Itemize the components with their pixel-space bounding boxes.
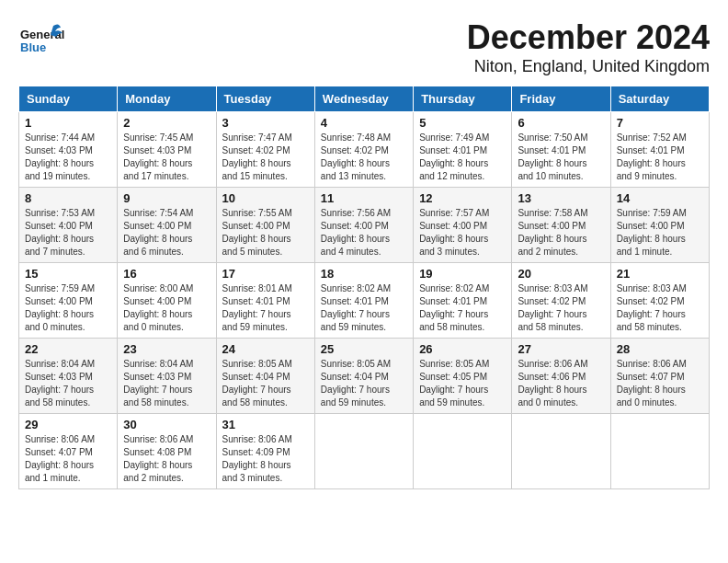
- daylight-text: Daylight: 7 hours and 58 minutes.: [222, 385, 291, 408]
- sunset-text: Sunset: 4:00 PM: [123, 221, 191, 231]
- sunrise-text: Sunrise: 8:04 AM: [25, 359, 95, 369]
- sunrise-text: Sunrise: 8:06 AM: [123, 434, 193, 444]
- sunrise-text: Sunrise: 8:02 AM: [419, 283, 489, 293]
- daylight-text: Daylight: 8 hours and 19 minutes.: [25, 158, 94, 181]
- sunset-text: Sunset: 4:03 PM: [25, 145, 93, 155]
- weekday-header-thursday: Thursday: [414, 86, 512, 112]
- day-number: 4: [321, 116, 407, 130]
- title-block: December 2024 Niton, England, United Kin…: [467, 18, 710, 76]
- day-number: 27: [518, 342, 604, 356]
- calendar-cell: 11 Sunrise: 7:56 AM Sunset: 4:00 PM Dayl…: [314, 188, 413, 263]
- calendar-cell: 3 Sunrise: 7:47 AM Sunset: 4:02 PM Dayli…: [216, 112, 314, 188]
- sunset-text: Sunset: 4:07 PM: [617, 372, 685, 382]
- day-number: 21: [617, 267, 703, 281]
- day-number: 5: [419, 116, 506, 130]
- day-info: Sunrise: 8:06 AM Sunset: 4:08 PM Dayligh…: [123, 433, 210, 485]
- weekday-header-saturday: Saturday: [610, 86, 709, 112]
- sunrise-text: Sunrise: 7:45 AM: [123, 132, 193, 143]
- calendar-cell: 5 Sunrise: 7:49 AM Sunset: 4:01 PM Dayli…: [414, 112, 512, 188]
- sunset-text: Sunset: 4:00 PM: [419, 221, 487, 231]
- daylight-text: Daylight: 7 hours and 59 minutes.: [222, 309, 291, 332]
- sunset-text: Sunset: 4:00 PM: [617, 221, 685, 231]
- day-info: Sunrise: 8:03 AM Sunset: 4:02 PM Dayligh…: [518, 282, 604, 334]
- sunset-text: Sunset: 4:06 PM: [518, 372, 586, 382]
- sunrise-text: Sunrise: 7:52 AM: [617, 132, 687, 143]
- sunrise-text: Sunrise: 8:03 AM: [617, 283, 687, 293]
- day-number: 12: [419, 191, 506, 205]
- sunset-text: Sunset: 4:03 PM: [25, 372, 93, 382]
- day-info: Sunrise: 7:55 AM Sunset: 4:00 PM Dayligh…: [222, 207, 309, 259]
- daylight-text: Daylight: 8 hours and 10 minutes.: [518, 158, 586, 181]
- sunset-text: Sunset: 4:02 PM: [518, 296, 586, 306]
- calendar-cell: 10 Sunrise: 7:55 AM Sunset: 4:00 PM Dayl…: [216, 188, 314, 263]
- daylight-text: Daylight: 8 hours and 1 minute.: [617, 234, 686, 257]
- day-number: 9: [123, 191, 210, 205]
- day-info: Sunrise: 7:59 AM Sunset: 4:00 PM Dayligh…: [25, 282, 111, 334]
- sunset-text: Sunset: 4:03 PM: [123, 372, 191, 382]
- calendar-cell: [610, 414, 709, 489]
- day-number: 3: [222, 116, 309, 130]
- sunset-text: Sunset: 4:01 PM: [419, 145, 487, 155]
- daylight-text: Daylight: 8 hours and 0 minutes.: [123, 309, 192, 332]
- calendar-cell: 6 Sunrise: 7:50 AM Sunset: 4:01 PM Dayli…: [512, 112, 610, 188]
- logo-icon: General Blue: [18, 18, 64, 68]
- day-info: Sunrise: 7:58 AM Sunset: 4:00 PM Dayligh…: [518, 207, 604, 259]
- daylight-text: Daylight: 8 hours and 7 minutes.: [25, 234, 94, 257]
- sunrise-text: Sunrise: 8:06 AM: [617, 359, 687, 369]
- day-number: 18: [321, 267, 407, 281]
- day-info: Sunrise: 7:52 AM Sunset: 4:01 PM Dayligh…: [617, 132, 703, 183]
- daylight-text: Daylight: 8 hours and 9 minutes.: [617, 158, 686, 181]
- daylight-text: Daylight: 8 hours and 0 minutes.: [25, 309, 94, 332]
- calendar-cell: 30 Sunrise: 8:06 AM Sunset: 4:08 PM Dayl…: [118, 414, 216, 489]
- day-number: 26: [419, 342, 506, 356]
- sunrise-text: Sunrise: 7:47 AM: [222, 132, 292, 143]
- day-number: 6: [518, 116, 604, 130]
- sunrise-text: Sunrise: 7:58 AM: [518, 208, 587, 218]
- daylight-text: Daylight: 8 hours and 1 minute.: [25, 460, 94, 483]
- day-info: Sunrise: 8:06 AM Sunset: 4:07 PM Dayligh…: [617, 358, 703, 409]
- day-info: Sunrise: 8:05 AM Sunset: 4:04 PM Dayligh…: [222, 358, 309, 409]
- day-info: Sunrise: 7:56 AM Sunset: 4:00 PM Dayligh…: [321, 207, 407, 259]
- day-info: Sunrise: 7:59 AM Sunset: 4:00 PM Dayligh…: [617, 207, 703, 259]
- sunrise-text: Sunrise: 7:56 AM: [321, 208, 391, 218]
- sunrise-text: Sunrise: 7:48 AM: [321, 132, 391, 143]
- day-info: Sunrise: 8:01 AM Sunset: 4:01 PM Dayligh…: [222, 282, 309, 334]
- sunrise-text: Sunrise: 8:04 AM: [123, 359, 193, 369]
- daylight-text: Daylight: 8 hours and 4 minutes.: [321, 234, 390, 257]
- sunrise-text: Sunrise: 7:59 AM: [617, 208, 687, 218]
- week-row-1: 1 Sunrise: 7:44 AM Sunset: 4:03 PM Dayli…: [19, 112, 710, 188]
- sunset-text: Sunset: 4:00 PM: [123, 296, 191, 306]
- day-number: 16: [123, 267, 210, 281]
- calendar-cell: 16 Sunrise: 8:00 AM Sunset: 4:00 PM Dayl…: [118, 263, 216, 339]
- sunrise-text: Sunrise: 7:55 AM: [222, 208, 292, 218]
- day-info: Sunrise: 8:02 AM Sunset: 4:01 PM Dayligh…: [419, 282, 506, 334]
- calendar-cell: 1 Sunrise: 7:44 AM Sunset: 4:03 PM Dayli…: [19, 112, 118, 188]
- sunset-text: Sunset: 4:09 PM: [222, 447, 290, 457]
- sunset-text: Sunset: 4:03 PM: [123, 145, 191, 155]
- weekday-header-monday: Monday: [118, 86, 216, 112]
- sunrise-text: Sunrise: 8:06 AM: [222, 434, 292, 444]
- sunrise-text: Sunrise: 8:02 AM: [321, 283, 391, 293]
- day-info: Sunrise: 7:53 AM Sunset: 4:00 PM Dayligh…: [25, 207, 111, 259]
- day-info: Sunrise: 8:06 AM Sunset: 4:09 PM Dayligh…: [222, 433, 309, 485]
- daylight-text: Daylight: 8 hours and 3 minutes.: [222, 460, 291, 483]
- calendar-cell: 22 Sunrise: 8:04 AM Sunset: 4:03 PM Dayl…: [19, 339, 118, 414]
- sunset-text: Sunset: 4:01 PM: [222, 296, 290, 306]
- calendar-cell: 25 Sunrise: 8:05 AM Sunset: 4:04 PM Dayl…: [314, 339, 413, 414]
- location-title: Niton, England, United Kingdom: [467, 57, 710, 76]
- weekday-header-wednesday: Wednesday: [314, 86, 413, 112]
- sunrise-text: Sunrise: 7:44 AM: [25, 132, 95, 143]
- sunrise-text: Sunrise: 8:03 AM: [518, 283, 587, 293]
- day-number: 30: [123, 418, 210, 431]
- day-number: 23: [123, 342, 210, 356]
- daylight-text: Daylight: 8 hours and 2 minutes.: [518, 234, 586, 257]
- day-info: Sunrise: 8:00 AM Sunset: 4:00 PM Dayligh…: [123, 282, 210, 334]
- daylight-text: Daylight: 8 hours and 5 minutes.: [222, 234, 291, 257]
- calendar-cell: 19 Sunrise: 8:02 AM Sunset: 4:01 PM Dayl…: [414, 263, 512, 339]
- day-info: Sunrise: 8:04 AM Sunset: 4:03 PM Dayligh…: [123, 358, 210, 409]
- weekday-header-row: SundayMondayTuesdayWednesdayThursdayFrid…: [19, 86, 710, 112]
- calendar-cell: [314, 414, 413, 489]
- sunset-text: Sunset: 4:00 PM: [222, 221, 290, 231]
- day-number: 29: [25, 418, 111, 431]
- daylight-text: Daylight: 8 hours and 0 minutes.: [518, 385, 586, 408]
